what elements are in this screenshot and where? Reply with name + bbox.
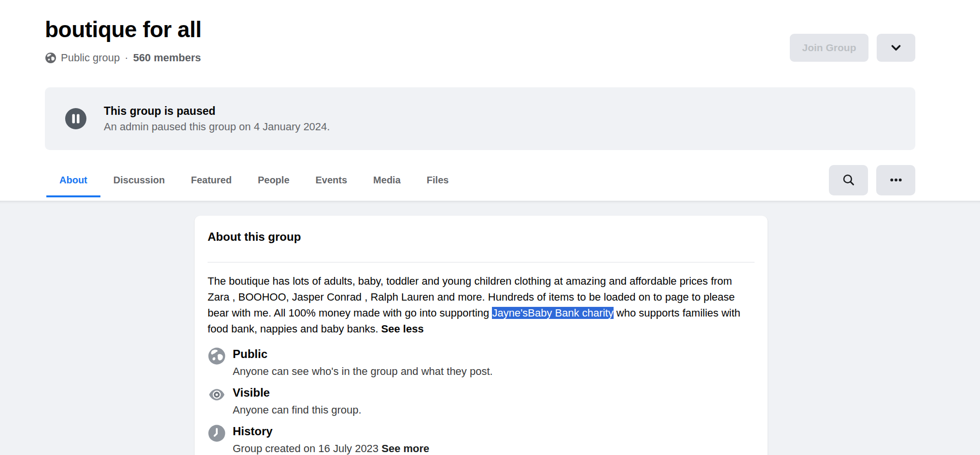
clock-icon <box>208 424 226 442</box>
join-group-button[interactable]: Join Group <box>790 34 868 62</box>
chevron-down-icon <box>889 41 903 55</box>
section-description: Anyone can see who's in the group and wh… <box>233 365 493 378</box>
eye-icon <box>208 388 226 406</box>
search-icon <box>841 173 856 187</box>
tab-files[interactable]: Files <box>414 163 462 197</box>
see-less-link[interactable]: See less <box>381 323 424 335</box>
page-content: About this group The boutique has lots o… <box>0 201 980 455</box>
pause-icon <box>65 108 86 129</box>
privacy-label: Public group <box>61 52 120 64</box>
tab-discussion[interactable]: Discussion <box>100 163 178 197</box>
group-description: The boutique has lots of adults, baby, t… <box>208 273 755 337</box>
member-count[interactable]: 560 members <box>133 52 201 64</box>
privacy-section-public: Public Anyone can see who's in the group… <box>208 346 755 378</box>
more-options-button[interactable] <box>876 165 915 195</box>
group-paused-banner: This group is paused An admin paused thi… <box>45 87 915 150</box>
selected-text: Jayne'sBaby Bank charity <box>492 307 613 319</box>
section-description: Group created on 16 July 2023 See more <box>233 442 429 455</box>
section-description: Anyone can find this group. <box>233 403 362 417</box>
globe-icon <box>45 52 56 64</box>
tab-events[interactable]: Events <box>303 163 361 197</box>
section-title: History <box>233 424 429 439</box>
section-title: Visible <box>233 385 362 400</box>
section-title: Public <box>233 346 493 362</box>
divider <box>208 262 755 262</box>
tab-featured[interactable]: Featured <box>178 163 244 197</box>
privacy-section-history: History Group created on 16 July 2023 Se… <box>208 424 755 455</box>
globe-icon <box>208 347 226 365</box>
about-this-group-card: About this group The boutique has lots o… <box>195 216 768 455</box>
tab-people[interactable]: People <box>245 163 303 197</box>
privacy-section-visible: Visible Anyone can find this group. <box>208 385 755 417</box>
separator: · <box>125 52 128 64</box>
card-heading: About this group <box>208 229 755 245</box>
history-text: Group created on 16 July 2023 <box>233 442 378 455</box>
banner-subtitle: An admin paused this group on 4 January … <box>104 120 330 134</box>
banner-title: This group is paused <box>104 104 330 118</box>
tab-media[interactable]: Media <box>360 163 414 197</box>
group-header: boutique for all Public group · 560 memb… <box>0 0 980 201</box>
search-button[interactable] <box>829 165 868 195</box>
page-title: boutique for all <box>45 15 201 43</box>
ellipsis-icon <box>889 173 903 187</box>
group-privacy-row: Public group · 560 members <box>45 51 201 65</box>
tab-about[interactable]: About <box>46 163 100 197</box>
group-options-button[interactable] <box>877 34 915 62</box>
see-more-link[interactable]: See more <box>381 442 429 455</box>
group-tabs: About Discussion Featured People Events … <box>0 163 980 197</box>
